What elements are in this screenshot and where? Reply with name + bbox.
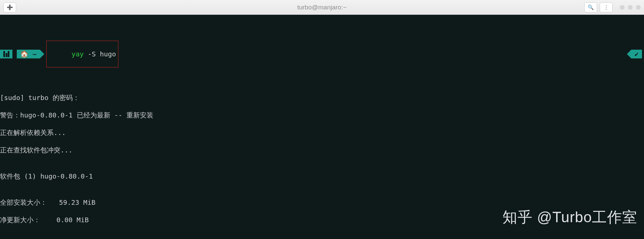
terminal-output: [sudo] turbo 的密码： 警告：hugo-0.80.0-1 已经为最新…	[0, 85, 644, 239]
path-segment: 🏠 ~	[17, 50, 40, 58]
command-highlight-box: yay -S hugo	[46, 41, 118, 67]
status-check-segment: ✔	[631, 50, 642, 58]
output-line: 软件包 (1) hugo-0.80.0-1	[0, 172, 644, 181]
output-line: 全部安装大小： 59.23 MiB	[0, 198, 644, 207]
distro-segment	[0, 50, 13, 58]
minimize-dot[interactable]	[620, 5, 625, 10]
window-title: turbo@manjaro:~	[0, 4, 644, 11]
check-icon: ✔	[635, 50, 639, 58]
output-line: 正在解析依赖关系...	[0, 128, 644, 137]
kebab-menu-icon: ⋮	[604, 4, 609, 10]
output-line: 警告：hugo-0.80.0-1 已经为最新 -- 重新安装	[0, 111, 644, 120]
command-binary: yay	[71, 50, 84, 58]
command-args: -S hugo	[84, 50, 116, 58]
new-tab-button[interactable]: ➕	[3, 2, 16, 12]
path-text: ~	[33, 50, 37, 58]
window-controls[interactable]	[620, 5, 641, 10]
close-dot[interactable]	[636, 5, 641, 10]
search-button[interactable]: 🔍	[584, 2, 597, 12]
terminal[interactable]: 🏠 ~ yay -S hugo ✔ [sudo] turbo 的密码： 警告：h…	[0, 15, 644, 239]
prompt-line-1: 🏠 ~ yay -S hugo ✔	[0, 50, 644, 58]
output-line: 正在查找软件包冲突...	[0, 146, 644, 154]
search-icon: 🔍	[588, 4, 594, 10]
home-icon: 🏠	[20, 50, 33, 58]
window-titlebar: ➕ turbo@manjaro:~ 🔍 ⋮	[0, 0, 644, 15]
manjaro-icon	[3, 51, 9, 57]
plus-icon: ➕	[7, 4, 13, 10]
maximize-dot[interactable]	[628, 5, 633, 10]
output-line: [sudo] turbo 的密码：	[0, 93, 644, 102]
menu-button[interactable]: ⋮	[600, 2, 612, 12]
output-line: 净更新大小： 0.00 MiB	[0, 216, 644, 224]
